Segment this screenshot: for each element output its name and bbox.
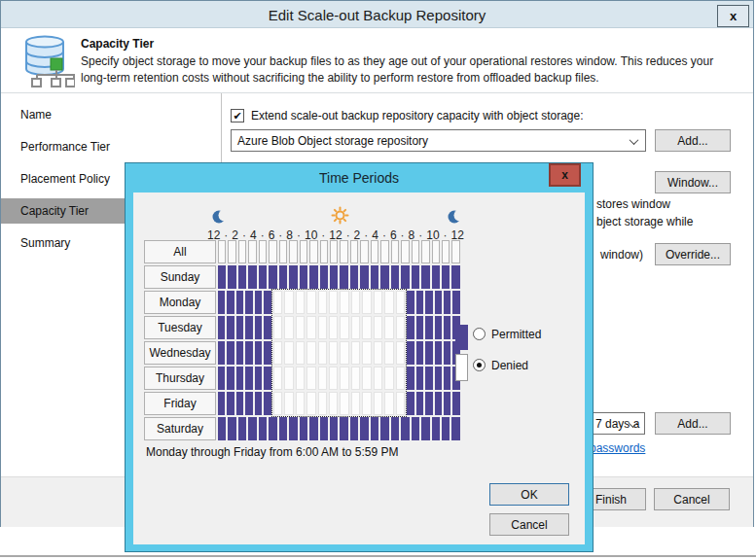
schedule-cell[interactable] bbox=[227, 367, 234, 390]
schedule-cell[interactable] bbox=[329, 291, 338, 314]
schedule-cell[interactable] bbox=[296, 392, 305, 415]
schedule-cell[interactable] bbox=[360, 265, 368, 289]
schedule-cell[interactable] bbox=[227, 341, 234, 365]
schedule-cell[interactable] bbox=[330, 265, 338, 289]
schedule-cell[interactable] bbox=[228, 417, 235, 440]
schedule-cell[interactable] bbox=[236, 341, 243, 365]
modal-cancel-button[interactable]: Cancel bbox=[489, 513, 569, 536]
schedule-cell[interactable] bbox=[340, 417, 347, 440]
schedule-cell[interactable] bbox=[435, 291, 442, 314]
schedule-cell[interactable] bbox=[435, 316, 442, 339]
schedule-cell[interactable] bbox=[444, 316, 450, 339]
schedule-cell[interactable] bbox=[273, 392, 282, 415]
schedule-cell[interactable] bbox=[306, 341, 315, 365]
schedule-cell[interactable] bbox=[228, 240, 235, 263]
schedule-cell[interactable] bbox=[340, 240, 347, 263]
schedule-cell[interactable] bbox=[279, 265, 287, 289]
schedule-cell[interactable] bbox=[396, 291, 405, 314]
schedule-cell[interactable] bbox=[401, 417, 409, 440]
schedule-cell[interactable] bbox=[259, 417, 267, 440]
schedule-cell[interactable] bbox=[451, 240, 459, 263]
schedule-cell[interactable] bbox=[264, 291, 270, 314]
schedule-cell[interactable] bbox=[245, 291, 252, 314]
schedule-cell[interactable] bbox=[401, 240, 409, 263]
object-storage-select[interactable]: Azure Blob Object storage repository bbox=[231, 129, 646, 152]
schedule-cell[interactable] bbox=[407, 341, 414, 365]
schedule-cell[interactable] bbox=[380, 265, 388, 289]
schedule-cell[interactable] bbox=[273, 367, 282, 390]
schedule-cell[interactable] bbox=[306, 291, 315, 314]
schedule-cell[interactable] bbox=[248, 417, 256, 440]
schedule-cell[interactable] bbox=[452, 291, 459, 314]
schedule-cell[interactable] bbox=[391, 417, 399, 440]
schedule-cell[interactable] bbox=[318, 392, 327, 415]
schedule-cell[interactable] bbox=[330, 417, 338, 440]
schedule-cell[interactable] bbox=[245, 392, 252, 415]
schedule-cell[interactable] bbox=[416, 367, 423, 390]
schedule-cell[interactable] bbox=[248, 265, 256, 289]
override-button[interactable]: Override... bbox=[655, 243, 731, 265]
schedule-cell[interactable] bbox=[284, 316, 293, 339]
schedule-cell[interactable] bbox=[296, 316, 305, 339]
schedule-cell[interactable] bbox=[218, 417, 226, 440]
schedule-cell[interactable] bbox=[300, 417, 307, 440]
schedule-cell[interactable] bbox=[238, 417, 246, 440]
schedule-cell[interactable] bbox=[351, 291, 360, 314]
schedule-cell[interactable] bbox=[236, 316, 243, 339]
schedule-cell[interactable] bbox=[435, 392, 442, 415]
day-label[interactable]: Wednesday bbox=[144, 341, 216, 365]
schedule-cell[interactable] bbox=[371, 265, 378, 289]
schedule-cell[interactable] bbox=[412, 417, 419, 440]
schedule-cell[interactable] bbox=[396, 341, 405, 365]
schedule-cell[interactable] bbox=[289, 417, 297, 440]
schedule-cell[interactable] bbox=[396, 392, 405, 415]
schedule-cell[interactable] bbox=[425, 341, 432, 365]
schedule-cell[interactable] bbox=[264, 316, 270, 339]
schedule-cell[interactable] bbox=[442, 240, 450, 263]
schedule-cell[interactable] bbox=[279, 417, 287, 440]
schedule-cell[interactable] bbox=[380, 417, 388, 440]
schedule-cell[interactable] bbox=[374, 367, 382, 390]
schedule-cell[interactable] bbox=[442, 417, 450, 440]
schedule-cell[interactable] bbox=[421, 240, 429, 263]
schedule-cell[interactable] bbox=[374, 341, 382, 365]
schedule-cell[interactable] bbox=[374, 316, 382, 339]
schedule-cell[interactable] bbox=[255, 392, 262, 415]
schedule-cell[interactable] bbox=[444, 341, 450, 365]
schedule-cell[interactable] bbox=[269, 265, 276, 289]
schedule-cell[interactable] bbox=[245, 367, 252, 390]
schedule-cell[interactable] bbox=[396, 367, 405, 390]
schedule-cell[interactable] bbox=[340, 265, 347, 289]
schedule-cell[interactable] bbox=[279, 240, 287, 263]
dialog-cancel-button[interactable]: Cancel bbox=[654, 488, 730, 510]
schedule-cell[interactable] bbox=[320, 417, 328, 440]
schedule-cell[interactable] bbox=[273, 291, 282, 314]
day-label[interactable]: Friday bbox=[144, 392, 216, 415]
schedule-cell[interactable] bbox=[284, 367, 293, 390]
schedule-cell[interactable] bbox=[264, 392, 270, 415]
schedule-cell[interactable] bbox=[306, 316, 315, 339]
schedule-cell[interactable] bbox=[273, 341, 282, 365]
schedule-cell[interactable] bbox=[351, 341, 360, 365]
modal-close-button[interactable]: x bbox=[549, 163, 581, 187]
schedule-cell[interactable] bbox=[238, 240, 246, 263]
schedule-cell[interactable] bbox=[248, 240, 256, 263]
schedule-cell[interactable] bbox=[416, 392, 423, 415]
schedule-cell[interactable] bbox=[255, 316, 262, 339]
schedule-cell[interactable] bbox=[218, 341, 225, 365]
schedule-cell[interactable] bbox=[384, 291, 393, 314]
schedule-cell[interactable] bbox=[444, 367, 450, 390]
schedule-cell[interactable] bbox=[318, 341, 327, 365]
window-button[interactable]: Window... bbox=[655, 171, 731, 193]
schedule-cell[interactable] bbox=[264, 341, 270, 365]
denied-radio[interactable] bbox=[473, 359, 486, 371]
schedule-cell[interactable] bbox=[227, 392, 234, 415]
schedule-cell[interactable] bbox=[360, 240, 368, 263]
schedule-cell[interactable] bbox=[255, 341, 262, 365]
schedule-cell[interactable] bbox=[425, 392, 432, 415]
schedule-cell[interactable] bbox=[259, 240, 267, 263]
schedule-cell[interactable] bbox=[391, 240, 399, 263]
schedule-cell[interactable] bbox=[236, 392, 243, 415]
schedule-cell[interactable] bbox=[340, 291, 348, 314]
schedule-cell[interactable] bbox=[320, 240, 328, 263]
